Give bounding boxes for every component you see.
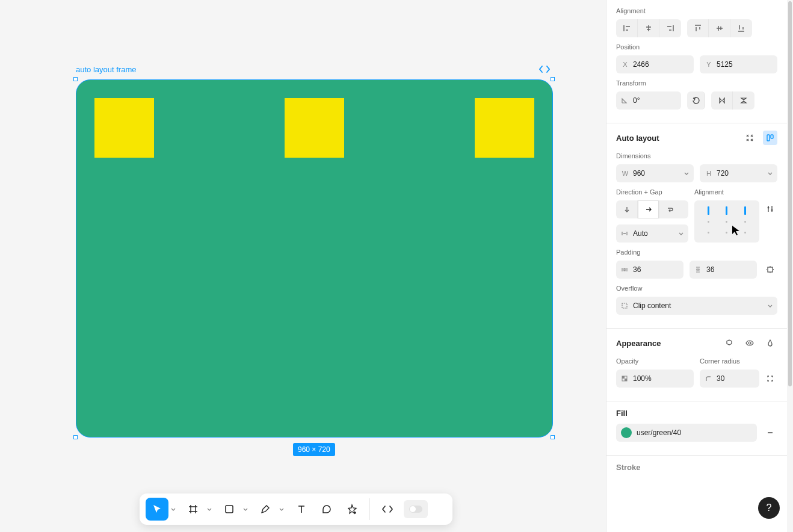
align-right-button[interactable] (659, 19, 681, 37)
padding-label: Padding (616, 249, 777, 256)
opacity-value: 100% (633, 374, 689, 383)
selection-handle-tr[interactable] (551, 77, 555, 81)
align-top-button[interactable] (687, 19, 709, 37)
align-bot-left[interactable] (700, 228, 717, 237)
fill-remove-button[interactable] (763, 425, 777, 440)
align-top-center[interactable] (719, 206, 735, 215)
padding-h-icon (621, 266, 629, 273)
actions-tool[interactable] (341, 498, 363, 521)
text-tool[interactable] (290, 498, 313, 521)
overflow-select[interactable]: Clip content (616, 297, 777, 315)
scrollbar-thumb[interactable] (788, 1, 792, 386)
svg-rect-4 (771, 135, 773, 138)
gap-input[interactable]: Auto (616, 224, 688, 243)
padding-individual-button[interactable] (763, 262, 777, 277)
visibility-button[interactable] (742, 336, 757, 350)
selection-handle-bl[interactable] (73, 435, 78, 439)
pen-tool[interactable] (254, 498, 277, 521)
corner-individual-button[interactable] (763, 371, 777, 386)
corner-radius-value: 30 (717, 374, 754, 383)
child-rect[interactable] (475, 98, 534, 158)
auto-layout-frame[interactable] (76, 79, 553, 438)
move-tool[interactable] (146, 498, 168, 521)
overflow-caret[interactable] (768, 305, 773, 308)
child-rect[interactable] (285, 98, 344, 158)
appearance-title: Appearance (616, 339, 661, 348)
dev-mode-icon[interactable] (539, 65, 550, 73)
opacity-input[interactable]: 100% (616, 370, 694, 388)
svg-rect-7 (768, 267, 773, 272)
flip-group (711, 91, 754, 110)
height-input[interactable]: H 720 (700, 164, 777, 182)
frame-tool[interactable] (182, 498, 205, 521)
direction-horizontal-button[interactable] (638, 200, 659, 218)
autolayout-remove-button[interactable] (742, 131, 757, 145)
frame-tool-caret[interactable] (206, 508, 213, 511)
flip-horizontal-button[interactable] (711, 91, 733, 110)
alignment-settings-button[interactable] (763, 202, 777, 216)
align-mid-left[interactable] (700, 217, 717, 226)
flip-vertical-button[interactable] (733, 91, 754, 110)
fill-section: Fill user/green/40 (606, 401, 787, 456)
dimensions-label: Dimensions (616, 152, 777, 159)
rotation-value: 0° (633, 96, 676, 105)
width-input[interactable]: W 960 (616, 164, 694, 182)
padding-v-icon (694, 266, 703, 273)
y-prefix: Y (705, 61, 713, 68)
style-button[interactable] (722, 336, 736, 350)
align-bot-right[interactable] (737, 228, 753, 237)
selection-handle-br[interactable] (551, 435, 555, 439)
shape-tool[interactable] (218, 498, 241, 521)
padding-v-input[interactable]: 36 (690, 261, 757, 279)
y-value: 5125 (717, 60, 773, 69)
align-top-left[interactable] (700, 206, 717, 215)
height-caret[interactable] (768, 172, 773, 175)
svg-rect-8 (622, 303, 627, 308)
align-top-right[interactable] (737, 206, 753, 215)
autolayout-suggest-button[interactable] (763, 131, 777, 145)
frame-label[interactable]: auto layout frame (76, 65, 136, 74)
align-bottom-button[interactable] (730, 19, 752, 37)
width-caret[interactable] (684, 172, 689, 175)
comment-tool[interactable] (315, 498, 338, 521)
gap-caret[interactable] (679, 232, 683, 235)
align-vcenter-button[interactable] (709, 19, 730, 37)
shape-tool-caret[interactable] (242, 508, 249, 511)
direction-vertical-button[interactable] (616, 200, 638, 218)
svg-point-9 (748, 342, 751, 344)
corner-radius-label: Corner radius (700, 357, 777, 365)
align-left-button[interactable] (616, 19, 638, 37)
fill-swatch (621, 427, 632, 438)
alignment-grid[interactable] (694, 200, 759, 243)
position-y-input[interactable]: Y 5125 (700, 55, 777, 73)
child-rect[interactable] (94, 98, 154, 158)
dev-mode-toggle[interactable] (404, 500, 428, 518)
padding-h-input[interactable]: 36 (616, 261, 683, 279)
transform-label: Transform (616, 79, 777, 87)
align-mid-right[interactable] (737, 217, 753, 226)
rotation-input[interactable]: 0° (616, 91, 681, 110)
align-bot-center[interactable] (719, 228, 735, 237)
rotate-90-button[interactable] (687, 91, 705, 110)
pen-tool-caret[interactable] (278, 508, 285, 511)
fill-style-button[interactable]: user/green/40 (616, 424, 757, 442)
svg-rect-12 (625, 379, 627, 381)
help-button[interactable]: ? (758, 497, 780, 519)
angle-icon (621, 97, 629, 104)
alignment2-label: Alignment (694, 188, 777, 196)
blend-button[interactable] (763, 336, 777, 350)
selection-handle-tl[interactable] (73, 77, 78, 81)
canvas[interactable]: auto layout frame 960 × 720 (0, 0, 605, 532)
direction-wrap-button[interactable] (659, 200, 681, 218)
align-mid-center[interactable] (719, 217, 735, 226)
scrollbar[interactable] (787, 0, 793, 532)
position-x-input[interactable]: X 2466 (616, 55, 694, 73)
stroke-title: Stroke (616, 463, 640, 472)
corner-radius-input[interactable]: 30 (700, 370, 759, 388)
svg-rect-0 (226, 506, 233, 513)
fill-title: Fill (616, 409, 628, 418)
align-hcenter-button[interactable] (638, 19, 659, 37)
dev-mode-tool[interactable] (376, 498, 399, 521)
move-tool-caret[interactable] (170, 508, 177, 511)
alignment-section: Alignment Position X 2466 Y 5125 (606, 0, 787, 123)
